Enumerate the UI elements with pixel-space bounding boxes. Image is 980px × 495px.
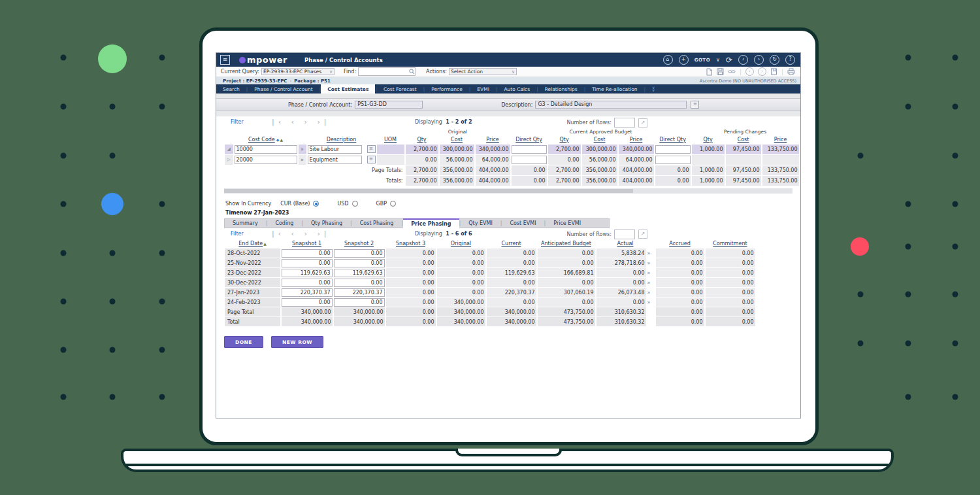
col-actual[interactable]: Actual: [596, 240, 655, 248]
expand-closed-icon[interactable]: ▷: [227, 157, 231, 162]
drill-icon[interactable]: »: [647, 288, 655, 298]
col-anticipated-budget[interactable]: Anticipated Budget: [537, 240, 596, 248]
col-accrued[interactable]: Accrued: [655, 240, 705, 248]
filter-link[interactable]: Filter: [231, 119, 244, 125]
previous-record-icon[interactable]: ‹: [745, 67, 754, 76]
radio-icon[interactable]: [352, 201, 358, 207]
pager-next-icon[interactable]: ›: [304, 230, 311, 238]
table-row[interactable]: 24-Feb-2023 0.00 340,000.00 0.00 0.00 0.…: [225, 298, 756, 307]
goto-button[interactable]: GOTO: [694, 58, 710, 63]
direct-qty-input[interactable]: [655, 156, 691, 164]
col-end-date[interactable]: End Date▲: [225, 240, 281, 248]
table-row[interactable]: 27-Jan-2023 0.00 0.00 220,370.37 307,060…: [225, 288, 756, 298]
description-notes-icon[interactable]: ≡: [691, 101, 699, 109]
col-original[interactable]: Original: [436, 240, 486, 248]
snapshot1-input[interactable]: [282, 249, 333, 258]
export-icon[interactable]: ↗: [638, 118, 647, 128]
description-input[interactable]: [308, 145, 362, 154]
tab-summary[interactable]: Summary: [225, 219, 266, 228]
tab-coding[interactable]: Coding: [267, 219, 301, 228]
link-icon[interactable]: [728, 68, 736, 75]
drill-icon[interactable]: »: [647, 278, 655, 288]
col-cost-original[interactable]: Cost: [439, 135, 475, 144]
tab-cost-estimates[interactable]: Cost Estimates: [321, 84, 375, 94]
radio-icon[interactable]: [390, 201, 396, 207]
col-price-pending[interactable]: Price: [762, 135, 800, 144]
direct-qty-input[interactable]: [655, 145, 691, 154]
col-snapshot-1[interactable]: Snapshot 1: [281, 240, 333, 248]
snapshot1-input[interactable]: [282, 288, 333, 297]
snapshot1-input[interactable]: [282, 269, 333, 277]
back-icon[interactable]: ‹: [738, 55, 748, 65]
col-price-cab[interactable]: Price: [618, 135, 655, 144]
refresh-icon[interactable]: ⟳: [726, 56, 732, 64]
col-cost-pending[interactable]: Cost: [725, 135, 762, 144]
new-document-icon[interactable]: [706, 68, 713, 76]
horizontal-scrollbar[interactable]: [224, 188, 792, 194]
actions-select[interactable]: Select Action ∨: [449, 68, 517, 75]
redo-icon[interactable]: ↻: [770, 55, 779, 65]
direct-qty-input[interactable]: [512, 145, 547, 154]
tab-relationships[interactable]: Relationships: [538, 84, 584, 94]
tab-price-evmi[interactable]: Price EVMI: [546, 219, 589, 228]
bookmark-icon[interactable]: [770, 68, 777, 75]
table-row[interactable]: 23-Dec-2022 0.00 0.00 119,629.63 166,689…: [225, 268, 756, 278]
tab-time-re-allocation[interactable]: Time Re-allocation: [585, 84, 644, 94]
number-of-rows-input[interactable]: [614, 230, 635, 239]
forward-icon[interactable]: ›: [754, 55, 764, 65]
table-row[interactable]: ◢ » ≡ 2,700.00 300,000.00 340,000.00 2,7…: [225, 144, 800, 154]
print-icon[interactable]: [787, 68, 795, 75]
find-field[interactable]: [358, 67, 416, 76]
snapshot2-input[interactable]: [334, 269, 385, 277]
scrollbar-thumb[interactable]: [224, 189, 633, 193]
cost-code-input[interactable]: [235, 156, 297, 164]
tab-search[interactable]: Search: [216, 84, 246, 94]
col-commitment[interactable]: Commitment: [705, 240, 756, 248]
breadcrumb-package[interactable]: Package : PS1: [294, 78, 331, 84]
pager-last-icon[interactable]: ›|: [317, 118, 330, 126]
tab-evmi[interactable]: EVMI: [470, 84, 496, 94]
notes-icon[interactable]: ≡: [367, 156, 376, 163]
col-direct-qty-2[interactable]: Direct Qty: [655, 135, 691, 144]
drill-icon[interactable]: »: [647, 298, 655, 307]
col-snapshot-3[interactable]: Snapshot 3: [385, 240, 436, 248]
tab-cost-forecast[interactable]: Cost Forecast: [377, 84, 423, 94]
number-of-rows-input[interactable]: [614, 118, 635, 128]
account-value-field[interactable]: PS1-G3-DD: [355, 101, 423, 109]
export-icon[interactable]: ↗: [638, 230, 647, 239]
tab-auto-calcs[interactable]: Auto Calcs: [497, 84, 536, 94]
col-snapshot-2[interactable]: Snapshot 2: [333, 240, 385, 248]
description-value-field[interactable]: G3 - Detailed Design: [535, 101, 687, 109]
table-row[interactable]: 28-Oct-2022 0.00 0.00 0.00 0.00 5,838.24…: [225, 248, 756, 258]
save-icon[interactable]: [717, 68, 724, 75]
currency-option-cur[interactable]: CUR (Base): [280, 201, 321, 207]
drill-icon[interactable]: »: [647, 248, 655, 258]
snapshot2-input[interactable]: [334, 259, 385, 267]
snapshot2-input[interactable]: [334, 279, 385, 287]
goto-chevron-icon[interactable]: ∨: [716, 57, 720, 63]
more-tabs-icon[interactable]: ∨∨: [652, 84, 655, 94]
tab-performance[interactable]: Performance: [425, 84, 469, 94]
col-price-original[interactable]: Price: [475, 135, 511, 144]
cost-code-input[interactable]: [235, 145, 297, 154]
snapshot2-input[interactable]: [334, 249, 385, 258]
snapshot2-input[interactable]: [334, 298, 385, 307]
new-row-button[interactable]: NEW ROW: [271, 336, 323, 348]
col-direct-qty-1[interactable]: Direct Qty: [511, 135, 547, 144]
find-input[interactable]: [359, 68, 409, 75]
direct-qty-input[interactable]: [512, 156, 547, 164]
snapshot2-input[interactable]: [334, 288, 385, 297]
tab-cost-evmi[interactable]: Cost EVMI: [502, 219, 544, 228]
col-uom[interactable]: UOM: [376, 135, 405, 144]
filter-link[interactable]: Filter: [231, 231, 244, 237]
done-button[interactable]: DONE: [224, 336, 263, 348]
col-qty-pending[interactable]: Qty: [691, 135, 725, 144]
tab-qty-evmi[interactable]: Qty EVMI: [461, 219, 500, 228]
pager-prev-icon[interactable]: ‹: [291, 230, 298, 238]
currency-option-usd[interactable]: USD: [337, 201, 360, 207]
tab-price-phasing[interactable]: Price Phasing: [403, 218, 459, 228]
help-icon[interactable]: ?: [785, 55, 795, 65]
drill-icon[interactable]: »: [298, 154, 307, 165]
col-description[interactable]: Description: [307, 135, 376, 144]
next-record-icon[interactable]: ›: [758, 67, 766, 76]
